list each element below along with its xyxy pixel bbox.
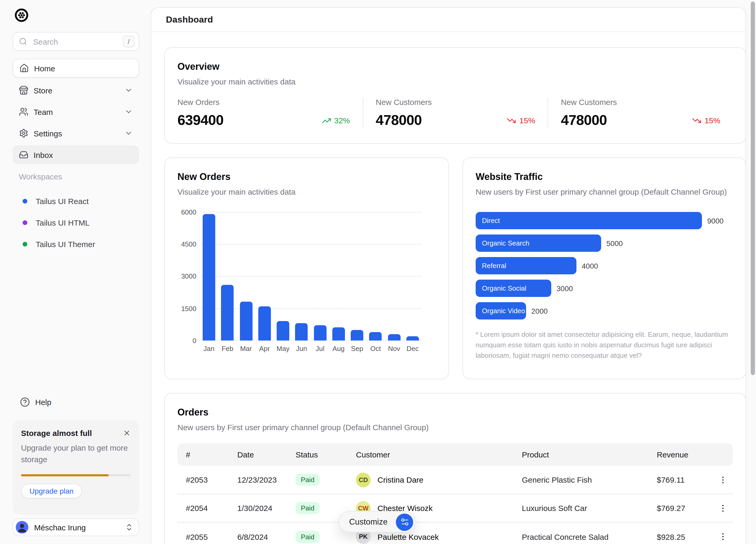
table-row: #2055 6/8/2024 Paid PK Paulette Kovacek … bbox=[177, 522, 733, 544]
column-status: Status bbox=[296, 450, 356, 459]
user-menu[interactable]: Méschac Irung bbox=[13, 518, 139, 536]
avatar bbox=[16, 521, 28, 534]
new-orders-title: New Orders bbox=[177, 172, 436, 183]
workspaces-heading: Workspaces bbox=[19, 172, 62, 181]
column-id: # bbox=[177, 450, 237, 459]
y-axis-tick: 6000 bbox=[177, 208, 196, 216]
table-row: #2053 12/23/2023 Paid CD Cristina Dare G… bbox=[177, 466, 733, 494]
sidebar-item-label: Inbox bbox=[34, 150, 133, 159]
main-panel: Dashboard Overview Visualize your main a… bbox=[151, 7, 746, 544]
order-date: 6/8/2024 bbox=[237, 532, 296, 541]
overview-card: Overview Visualize your main activities … bbox=[164, 47, 746, 144]
stat-delta: 15% bbox=[507, 116, 535, 125]
traffic-value: 3000 bbox=[557, 284, 573, 292]
search-input[interactable] bbox=[32, 36, 123, 46]
sidebar-item-settings[interactable]: Settings bbox=[13, 124, 139, 143]
workspace-item-tailus-ui-react[interactable]: Tailus UI React bbox=[19, 194, 139, 208]
y-axis-tick: 4500 bbox=[177, 240, 196, 248]
scrollbar-thumb[interactable] bbox=[751, 2, 755, 375]
row-menu-button[interactable] bbox=[713, 475, 733, 484]
user-name: Méschac Irung bbox=[34, 523, 125, 532]
sidebar-item-inbox[interactable]: Inbox bbox=[13, 145, 139, 164]
sidebar-item-store[interactable]: Store bbox=[13, 81, 139, 100]
storage-alert-card: Storage almost full Upgrade your plan to… bbox=[13, 420, 139, 515]
chevron-down-icon bbox=[124, 129, 133, 138]
stat-new-orders: New Orders 639400 32% bbox=[177, 98, 363, 129]
row-menu-button[interactable] bbox=[713, 532, 733, 541]
traffic-row-organic-social: Organic Social 3000 bbox=[476, 279, 733, 297]
page-header: Dashboard bbox=[151, 8, 745, 32]
chevrons-up-down-icon bbox=[125, 523, 133, 531]
house-icon bbox=[19, 64, 29, 73]
sidebar-item-label: Team bbox=[34, 107, 124, 116]
website-traffic-subtitle: New users by First user primary channel … bbox=[476, 187, 733, 196]
table-header: # Date Status Customer Product Revenue bbox=[177, 443, 733, 466]
sidebar-item-home[interactable]: Home bbox=[13, 59, 139, 78]
traffic-value: 5000 bbox=[606, 239, 623, 247]
customer-name: Cristina Dare bbox=[377, 475, 423, 484]
overview-stats: New Orders 639400 32% New Customers bbox=[177, 98, 733, 129]
traffic-row-direct: Direct 9000 bbox=[476, 212, 733, 229]
status-badge: Paid bbox=[296, 474, 320, 486]
help-button[interactable]: Help bbox=[20, 397, 51, 407]
gear-icon bbox=[19, 129, 28, 138]
bar-oct bbox=[369, 332, 382, 340]
stat-label: New Customers bbox=[376, 98, 535, 107]
workspace-label: Tailus UI Themer bbox=[36, 240, 95, 249]
ellipsis-vertical-icon bbox=[718, 532, 728, 541]
customize-icon-circle bbox=[396, 513, 413, 531]
column-date: Date bbox=[237, 450, 296, 459]
sidebar-item-team[interactable]: Team bbox=[13, 102, 139, 121]
workspace-label: Tailus UI React bbox=[36, 197, 89, 206]
traffic-bar: Organic Search bbox=[476, 235, 601, 252]
bar-jul bbox=[314, 325, 326, 340]
sidebar-item-label: Home bbox=[34, 64, 132, 73]
traffic-bar: Referral bbox=[476, 257, 576, 274]
status-badge: Paid bbox=[296, 502, 320, 514]
stat-new-customers-2: New Customers 478000 15% bbox=[548, 98, 733, 129]
search-shortcut-kbd: / bbox=[123, 36, 134, 47]
bar-chart: 6000 4500 3000 1500 0 bbox=[201, 212, 421, 340]
revenue-value: $769.11 bbox=[657, 475, 713, 484]
upgrade-plan-button[interactable]: Upgrade plan bbox=[21, 483, 82, 498]
bars bbox=[201, 212, 421, 340]
traffic-value: 2000 bbox=[531, 306, 548, 315]
stat-value: 478000 bbox=[376, 112, 422, 129]
workspace-dot-purple bbox=[23, 220, 27, 225]
workspace-item-tailus-ui-themer[interactable]: Tailus UI Themer bbox=[19, 237, 139, 251]
page-title: Dashboard bbox=[166, 14, 213, 25]
gridline bbox=[201, 340, 421, 341]
sidebar-item-label: Settings bbox=[34, 129, 124, 138]
product-name: Luxurious Soft Car bbox=[522, 504, 657, 513]
app-logo[interactable] bbox=[15, 8, 28, 22]
customize-button[interactable]: Customize bbox=[339, 511, 416, 532]
trending-down-icon bbox=[507, 116, 516, 125]
storage-progress-fill bbox=[21, 474, 109, 476]
bar-feb bbox=[221, 285, 234, 340]
order-id: #2053 bbox=[177, 475, 237, 484]
y-axis-tick: 1500 bbox=[177, 305, 196, 313]
close-icon[interactable] bbox=[121, 427, 133, 439]
scrollbar-track bbox=[750, 0, 756, 544]
ellipsis-vertical-icon bbox=[718, 503, 728, 513]
traffic-value: 9000 bbox=[707, 217, 723, 225]
stat-delta: 32% bbox=[322, 116, 350, 125]
help-circle-icon bbox=[20, 397, 30, 407]
stat-label: New Customers bbox=[561, 98, 720, 107]
ellipsis-vertical-icon bbox=[718, 475, 728, 484]
traffic-row-organic-search: Organic Search 5000 bbox=[476, 235, 733, 252]
revenue-value: $928.25 bbox=[657, 532, 713, 541]
bar-sep bbox=[351, 330, 363, 340]
app-root: / Home Store Team bbox=[0, 0, 756, 544]
overview-title: Overview bbox=[177, 61, 733, 72]
workspace-item-tailus-ui-html[interactable]: Tailus UI HTML bbox=[19, 216, 139, 229]
row-menu-button[interactable] bbox=[713, 503, 733, 513]
storage-title: Storage almost full bbox=[21, 429, 131, 437]
search-box: / bbox=[13, 32, 139, 51]
traffic-row-organic-video: Organic Video 2000 bbox=[476, 302, 733, 319]
y-axis-tick: 3000 bbox=[177, 272, 196, 280]
sidebar: / Home Store Team bbox=[0, 0, 151, 544]
table-row: #2054 1/30/2024 Paid CW Chester Wisozk L… bbox=[177, 494, 733, 522]
stat-delta: 15% bbox=[692, 116, 720, 125]
column-customer: Customer bbox=[356, 450, 522, 459]
